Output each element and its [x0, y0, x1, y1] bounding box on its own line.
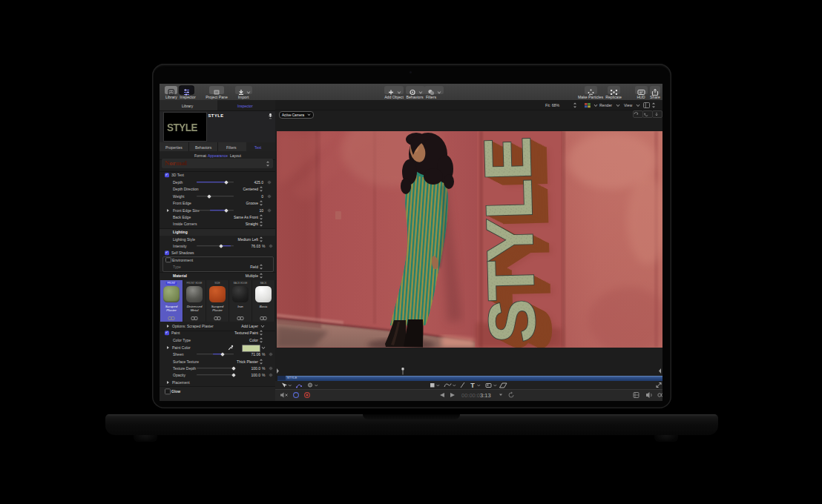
svg-text:T: T	[470, 382, 475, 389]
svg-text:00:00:0: 00:00:0	[461, 392, 480, 399]
svg-text:3:13: 3:13	[480, 392, 491, 399]
svg-text:STYLE: STYLE	[470, 137, 549, 344]
